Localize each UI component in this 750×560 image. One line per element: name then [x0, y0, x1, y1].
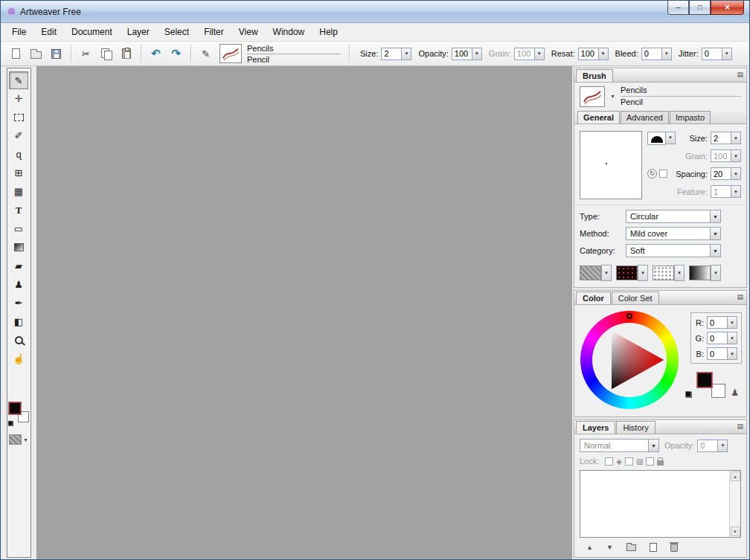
new-group-button[interactable] [626, 544, 636, 551]
tab-impasto[interactable]: Impasto [670, 111, 711, 123]
new-document-button[interactable] [7, 45, 25, 62]
cut-button[interactable]: ✂ [77, 45, 95, 62]
layers-scrollbar[interactable]: ▲ ▼ [729, 471, 740, 537]
paper-texture-selector[interactable]: ▼ [580, 265, 612, 281]
panel-menu-icon[interactable]: ▤ [737, 423, 743, 430]
bleed-input[interactable] [641, 48, 661, 60]
pattern-selector[interactable]: ▼ [9, 434, 28, 445]
opacity-input[interactable] [452, 48, 472, 60]
pattern-selector[interactable]: ▼ [616, 265, 648, 281]
minimize-button[interactable]: ─ [667, 1, 689, 15]
resat-input[interactable] [578, 48, 598, 60]
brush-tip-selector[interactable]: ▼ [647, 132, 676, 145]
maximize-button[interactable]: □ [689, 1, 711, 15]
lock-all-checkbox[interactable] [646, 457, 654, 466]
roller-tool[interactable]: ▦ [9, 182, 29, 201]
green-spinner-button[interactable]: ▼ [727, 332, 737, 344]
tab-history[interactable]: History [616, 421, 655, 434]
spacing-input[interactable] [711, 167, 731, 180]
jitter-spinner-button[interactable]: ▼ [722, 48, 732, 60]
lasso-tool[interactable]: ɋ [9, 145, 29, 164]
shape-tool[interactable]: ▭ [9, 219, 29, 238]
crop-tool[interactable]: ⊞ [9, 164, 29, 182]
default-colors-icon[interactable] [7, 421, 13, 426]
blue-input[interactable] [707, 347, 727, 360]
menu-edit[interactable]: Edit [33, 24, 64, 40]
blue-spinner-button[interactable]: ▼ [727, 347, 737, 360]
lock-pixels-checkbox[interactable] [625, 457, 633, 466]
panel-size-spinner-button[interactable]: ▼ [731, 132, 741, 144]
text-tool[interactable]: T [9, 201, 29, 219]
hue-marker[interactable] [626, 313, 632, 319]
red-input[interactable] [707, 316, 727, 329]
brush-tool-button[interactable]: ✎ [196, 45, 215, 62]
size-spinner-button[interactable]: ▼ [401, 48, 411, 60]
opacity-spinner-button[interactable]: ▼ [472, 48, 482, 60]
tab-color[interactable]: Color [576, 292, 611, 304]
save-button[interactable] [47, 45, 65, 62]
chevron-down-icon[interactable]: ▼ [710, 227, 721, 240]
brush-panel-tab[interactable]: Brush [576, 69, 613, 82]
menu-filter[interactable]: Filter [196, 24, 231, 40]
menu-view[interactable]: View [231, 24, 266, 40]
resat-spinner-button[interactable]: ▼ [598, 48, 609, 60]
paste-button[interactable] [117, 45, 135, 62]
size-input[interactable] [381, 48, 401, 60]
canvas[interactable] [36, 66, 572, 559]
dab-selector[interactable]: ▼ [653, 265, 685, 281]
jitter-input[interactable] [702, 48, 722, 60]
move-tool[interactable]: ✛ [9, 89, 29, 108]
lock-transparency-checkbox[interactable] [605, 457, 613, 466]
close-button[interactable]: ✕ [711, 1, 744, 15]
bleed-spinner-button[interactable]: ▼ [661, 48, 672, 60]
panel-size-input[interactable] [711, 132, 731, 144]
color-wheel[interactable] [580, 311, 679, 409]
scroll-up-button[interactable]: ▲ [731, 472, 740, 481]
clone-stamp-tool[interactable]: ♟ [9, 275, 29, 294]
menu-window[interactable]: Window [266, 24, 312, 40]
panel-menu-icon[interactable]: ▤ [737, 294, 743, 300]
tab-color-set[interactable]: Color Set [612, 292, 659, 304]
chevron-down-icon[interactable]: ▼ [648, 439, 659, 452]
brush-tip-dropdown-button[interactable]: ▼ [665, 132, 676, 144]
rect-select-tool[interactable] [9, 108, 29, 126]
background-color-swatch[interactable] [711, 384, 725, 398]
layers-list[interactable]: ▲ ▼ [580, 470, 741, 538]
menu-help[interactable]: Help [312, 24, 345, 40]
open-button[interactable] [27, 45, 45, 62]
chevron-down-icon[interactable]: ▼ [610, 94, 615, 99]
menu-select[interactable]: Select [157, 24, 196, 40]
chevron-down-icon[interactable]: ▼ [710, 244, 721, 257]
copy-button[interactable] [97, 45, 115, 62]
gradient-selector[interactable]: ▼ [689, 265, 721, 281]
chevron-down-icon[interactable]: ▼ [674, 265, 685, 281]
foreground-background-swatches[interactable] [697, 373, 725, 398]
chevron-down-icon[interactable]: ▼ [601, 265, 612, 281]
tab-advanced[interactable]: Advanced [621, 111, 669, 123]
brush-preview-thumbnail[interactable] [580, 86, 605, 107]
chevron-down-icon[interactable]: ▼ [711, 265, 721, 281]
brush-selector[interactable]: Pencils Pencil [219, 44, 341, 64]
menu-document[interactable]: Document [64, 24, 120, 40]
spacing-spinner-button[interactable]: ▼ [731, 167, 741, 180]
method-select[interactable]: Mild cover▼ [626, 227, 721, 240]
pen-tool[interactable]: ✒ [9, 294, 29, 312]
chevron-down-icon[interactable]: ▼ [710, 210, 721, 223]
menu-layer[interactable]: Layer [120, 24, 157, 40]
gradient-tool[interactable] [9, 238, 29, 257]
move-layer-up-button[interactable]: ▲ [586, 544, 593, 551]
delete-layer-button[interactable] [670, 544, 678, 552]
spacing-checkbox[interactable] [659, 170, 667, 178]
foreground-color-swatch[interactable] [697, 373, 712, 387]
hand-tool[interactable]: ☝ [9, 350, 29, 368]
brush-tool[interactable]: ✐ [9, 126, 29, 145]
scroll-down-button[interactable]: ▼ [731, 527, 740, 536]
blend-mode-select[interactable]: Normal▼ [580, 439, 659, 452]
menu-file[interactable]: File [4, 24, 33, 40]
tab-general[interactable]: General [577, 111, 620, 123]
tab-layers[interactable]: Layers [576, 421, 615, 434]
zoom-tool[interactable] [9, 331, 29, 350]
eraser-tool[interactable]: ▰ [9, 257, 29, 275]
fill-tool[interactable]: ◧ [9, 312, 29, 331]
default-colors-icon[interactable] [685, 391, 692, 398]
